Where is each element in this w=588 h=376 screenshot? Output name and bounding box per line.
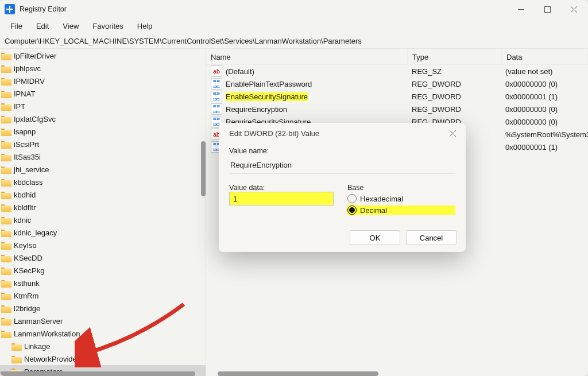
tree-item-ksthunk[interactable]: ksthunk bbox=[0, 277, 206, 289]
tree-item-label: ItSas35i bbox=[14, 153, 41, 161]
tree-item-label: IPMIDRV bbox=[14, 77, 45, 86]
menu-help[interactable]: Help bbox=[131, 20, 158, 32]
value-data: 0x00000000 (0) bbox=[501, 77, 588, 90]
tree-item-label: KtmRm bbox=[14, 292, 38, 300]
radio-hexadecimal[interactable]: Hexadecimal bbox=[347, 194, 455, 203]
tree-item-itsas35i[interactable]: ItSas35i bbox=[0, 150, 206, 163]
registry-value-row[interactable]: EnableSecuritySignatureREG_DWORD0x000000… bbox=[206, 90, 588, 103]
registry-value-row[interactable]: RequireEncryptionREG_DWORD0x00000000 (0) bbox=[206, 103, 588, 115]
maximize-button[interactable] bbox=[534, 0, 560, 18]
tree-item-keyiso[interactable]: KeyIso bbox=[0, 239, 206, 251]
tree-item-kbdclass[interactable]: kbdclass bbox=[0, 176, 206, 188]
tree-item-l2bridge[interactable]: l2bridge bbox=[0, 302, 206, 315]
value-data-input[interactable] bbox=[229, 192, 334, 206]
app-title: Registry Editor bbox=[20, 5, 508, 13]
folder-icon bbox=[1, 292, 11, 300]
edit-dword-dialog: Edit DWORD (32-bit) Value Value name: Re… bbox=[219, 123, 466, 252]
tree-item-kdnic_legacy[interactable]: kdnic_legacy bbox=[0, 226, 206, 239]
tree-item-label: jhi_service bbox=[14, 165, 49, 174]
tree-item-ktmrm[interactable]: KtmRm bbox=[0, 289, 206, 302]
col-name[interactable]: Name bbox=[206, 49, 408, 64]
menu-edit[interactable]: Edit bbox=[30, 20, 55, 32]
folder-icon bbox=[1, 64, 11, 73]
menu-file[interactable]: File bbox=[5, 20, 28, 32]
col-data[interactable]: Data bbox=[502, 49, 588, 64]
value-data: (value not set) bbox=[501, 65, 588, 77]
folder-icon bbox=[1, 115, 11, 123]
tree-item-ipxlatcfgsvc[interactable]: IpxlatCfgSvc bbox=[0, 113, 206, 125]
registry-value-row[interactable]: EnablePlainTextPasswordREG_DWORD0x000000… bbox=[206, 77, 588, 90]
radio-icon bbox=[347, 206, 357, 215]
folder-icon bbox=[1, 279, 11, 288]
dialog-title: Edit DWORD (32-bit) Value bbox=[229, 129, 319, 138]
tree-item-jhi_service[interactable]: jhi_service bbox=[0, 163, 206, 176]
address-bar[interactable]: Computer\HKEY_LOCAL_MACHINE\SYSTEM\Curre… bbox=[0, 33, 588, 49]
menu-favorites[interactable]: Favorites bbox=[87, 20, 129, 32]
folder-icon bbox=[1, 52, 11, 60]
tree-item-kbldfltr[interactable]: kbldfltr bbox=[0, 201, 206, 214]
folder-icon bbox=[1, 228, 11, 237]
list-scrollbar-horizontal[interactable] bbox=[218, 371, 378, 376]
dword-icon bbox=[211, 103, 222, 115]
cancel-button[interactable]: Cancel bbox=[406, 230, 457, 245]
folder-icon bbox=[1, 90, 11, 98]
registry-value-row[interactable]: (Default)REG_SZ(value not set) bbox=[206, 65, 588, 77]
dialog-close-button[interactable] bbox=[445, 126, 460, 141]
tree-item-label: NetworkProvider bbox=[24, 355, 79, 363]
folder-icon bbox=[1, 165, 11, 174]
folder-icon bbox=[1, 216, 11, 224]
tree-item-lanmanserver[interactable]: LanmanServer bbox=[0, 315, 206, 327]
tree-item-networkprovider[interactable]: NetworkProvider bbox=[0, 352, 206, 365]
folder-icon bbox=[1, 102, 11, 111]
dword-icon bbox=[211, 91, 222, 102]
string-icon bbox=[211, 65, 222, 77]
tree-item-ksecdd[interactable]: KSecDD bbox=[0, 251, 206, 264]
folder-icon bbox=[1, 178, 11, 187]
radio-decimal[interactable]: Decimal bbox=[347, 206, 455, 215]
folder-icon bbox=[11, 342, 22, 351]
value-data: %SystemRoot%\System3 bbox=[501, 128, 588, 141]
tree-item-kbdhid[interactable]: kbdhid bbox=[0, 188, 206, 201]
titlebar: Registry Editor bbox=[0, 0, 588, 18]
col-type[interactable]: Type bbox=[408, 49, 502, 64]
tree-item-linkage[interactable]: Linkage bbox=[0, 340, 206, 352]
menu-view[interactable]: View bbox=[57, 20, 84, 32]
tree-item-ipfilterdriver[interactable]: IpFilterDriver bbox=[0, 49, 206, 62]
folder-icon bbox=[1, 330, 11, 338]
value-data-label: Value data: bbox=[229, 184, 334, 192]
close-button[interactable] bbox=[560, 0, 587, 18]
value-type: REG_DWORD bbox=[407, 103, 501, 115]
tree-item-iphlpsvc[interactable]: iphlpsvc bbox=[0, 62, 206, 75]
tree-item-isapnp[interactable]: isapnp bbox=[0, 125, 206, 138]
tree-item-label: IPT bbox=[14, 102, 25, 111]
value-name: (Default) bbox=[226, 67, 254, 76]
value-data: 0x00000001 (1) bbox=[501, 141, 588, 153]
tree-item-ksecpkg[interactable]: KSecPkg bbox=[0, 264, 206, 277]
value-name-field[interactable]: RequireEncryption bbox=[229, 158, 455, 173]
value-type: REG_DWORD bbox=[407, 90, 501, 103]
value-name: EnablePlainTextPassword bbox=[226, 80, 312, 88]
tree-item-label: IPNAT bbox=[14, 90, 35, 98]
svg-rect-0 bbox=[518, 9, 524, 10]
tree-item-label: iScsiPrt bbox=[14, 140, 39, 149]
address-path: Computer\HKEY_LOCAL_MACHINE\SYSTEM\Curre… bbox=[5, 37, 362, 45]
folder-icon bbox=[1, 127, 11, 136]
folder-icon bbox=[1, 266, 11, 275]
list-header: Name Type Data bbox=[206, 49, 588, 65]
tree-item-kdnic[interactable]: kdnic bbox=[0, 214, 206, 226]
ok-button[interactable]: OK bbox=[350, 230, 400, 245]
tree-item-ipt[interactable]: IPT bbox=[0, 100, 206, 113]
tree-item-label: IpxlatCfgSvc bbox=[14, 115, 56, 123]
minimize-button[interactable] bbox=[508, 0, 534, 18]
tree-item-label: KSecPkg bbox=[14, 266, 44, 275]
tree-item-ipmidrv[interactable]: IPMIDRV bbox=[0, 75, 206, 87]
tree-item-ipnat[interactable]: IPNAT bbox=[0, 87, 206, 100]
tree-item-iscsiprt[interactable]: iScsiPrt bbox=[0, 138, 206, 150]
folder-icon bbox=[11, 355, 22, 363]
folder-icon bbox=[1, 77, 11, 86]
value-data: 0x00000001 (1) bbox=[501, 90, 588, 103]
scrollbar-horizontal[interactable] bbox=[0, 371, 195, 376]
scrollbar-vertical[interactable] bbox=[201, 141, 206, 196]
tree-item-lanmanworkstation[interactable]: LanmanWorkstation bbox=[0, 327, 206, 340]
dword-icon bbox=[211, 78, 222, 90]
